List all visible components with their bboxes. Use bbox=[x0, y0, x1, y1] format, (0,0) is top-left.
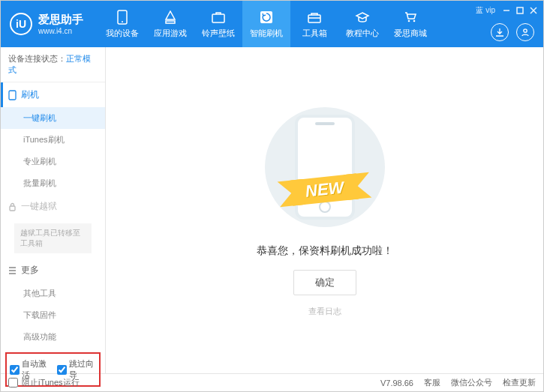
nav-store[interactable]: 爱思商城 bbox=[386, 1, 434, 47]
connection-status: 设备连接状态：正常模式 bbox=[1, 47, 105, 82]
main-content: NEW 恭喜您，保资料刷机成功啦！ 确定 查看日志 bbox=[106, 47, 543, 373]
svg-point-9 bbox=[524, 29, 527, 32]
minimize-icon[interactable] bbox=[503, 7, 510, 14]
nav-tutorials[interactable]: 教程中心 bbox=[338, 1, 386, 47]
wechat-link[interactable]: 微信公众号 bbox=[451, 377, 492, 388]
app-logo-icon: iU bbox=[10, 13, 32, 35]
section-title: 更多 bbox=[21, 264, 39, 277]
phone-icon bbox=[8, 90, 17, 100]
sidebar-item-oneclick-flash[interactable]: 一键刷机 bbox=[1, 107, 105, 129]
nav-label: 工具箱 bbox=[302, 28, 327, 39]
update-link[interactable]: 检查更新 bbox=[503, 377, 536, 388]
apps-icon bbox=[163, 10, 178, 25]
window-controls: 蓝 vip bbox=[476, 5, 537, 16]
section-more[interactable]: 更多 bbox=[1, 258, 105, 283]
svg-point-5 bbox=[408, 19, 410, 22]
view-log-link[interactable]: 查看日志 bbox=[308, 306, 341, 317]
nav-label: 爱思商城 bbox=[394, 28, 427, 39]
toolbox-icon bbox=[307, 10, 322, 25]
user-button[interactable] bbox=[516, 23, 534, 41]
nav-label: 我的设备 bbox=[106, 28, 139, 39]
sidebar-item-pro-flash[interactable]: 专业刷机 bbox=[1, 151, 105, 172]
success-illustration: NEW bbox=[250, 103, 400, 231]
nav-label: 应用游戏 bbox=[154, 28, 187, 39]
menu-icon bbox=[8, 267, 17, 274]
sidebar-item-advanced[interactable]: 高级功能 bbox=[1, 326, 105, 348]
app-name: 爱思助手 bbox=[38, 13, 83, 27]
sidebar-item-other-tools[interactable]: 其他工具 bbox=[1, 283, 105, 304]
block-itunes-checkbox[interactable]: 阻止iTunes运行 bbox=[8, 377, 80, 388]
sidebar-item-batch-flash[interactable]: 批量刷机 bbox=[1, 172, 105, 194]
close-icon[interactable] bbox=[530, 7, 537, 14]
confirm-button[interactable]: 确定 bbox=[293, 270, 356, 295]
support-link[interactable]: 客服 bbox=[424, 377, 440, 388]
section-title: 一键越狱 bbox=[21, 200, 57, 213]
nav-my-device[interactable]: 我的设备 bbox=[98, 1, 146, 47]
section-flash[interactable]: 刷机 bbox=[1, 82, 105, 107]
graduation-icon bbox=[355, 10, 370, 25]
app-url: www.i4.cn bbox=[38, 27, 83, 35]
block-itunes-input[interactable] bbox=[8, 378, 18, 388]
briefcase-icon bbox=[211, 10, 226, 25]
skip-guide-input[interactable] bbox=[57, 365, 67, 375]
status-label: 设备连接状态： bbox=[8, 54, 66, 63]
svg-rect-8 bbox=[517, 7, 523, 13]
svg-rect-2 bbox=[212, 14, 224, 22]
nav-apps[interactable]: 应用游戏 bbox=[146, 1, 194, 47]
svg-point-6 bbox=[413, 19, 416, 22]
cart-icon bbox=[403, 10, 418, 25]
nav-toolbox[interactable]: 工具箱 bbox=[290, 1, 338, 47]
svg-rect-10 bbox=[9, 91, 16, 100]
svg-point-1 bbox=[122, 21, 123, 22]
section-title: 刷机 bbox=[21, 88, 39, 101]
lock-icon bbox=[8, 202, 17, 211]
auto-activate-input[interactable] bbox=[10, 365, 20, 375]
nav-label: 教程中心 bbox=[346, 28, 379, 39]
sidebar-item-itunes-flash[interactable]: iTunes刷机 bbox=[1, 129, 105, 151]
version-label: V7.98.66 bbox=[380, 379, 413, 388]
nav-label: 铃声壁纸 bbox=[202, 28, 235, 39]
jailbreak-note: 越狱工具已转移至工具箱 bbox=[14, 223, 92, 253]
nav-ringtones[interactable]: 铃声壁纸 bbox=[194, 1, 242, 47]
app-header: iU 爱思助手 www.i4.cn 我的设备 应用游戏 铃声壁纸 智能刷机 工具… bbox=[1, 1, 543, 47]
vip-label[interactable]: 蓝 vip bbox=[476, 5, 495, 16]
nav-flash[interactable]: 智能刷机 bbox=[242, 1, 290, 47]
nav-label: 智能刷机 bbox=[250, 28, 283, 39]
refresh-icon bbox=[259, 10, 274, 25]
maximize-icon[interactable] bbox=[516, 7, 524, 14]
phone-icon bbox=[115, 10, 130, 25]
sidebar-item-download-fw[interactable]: 下载固件 bbox=[1, 304, 105, 326]
svg-rect-4 bbox=[308, 15, 320, 22]
logo-area: iU 爱思助手 www.i4.cn bbox=[1, 13, 98, 35]
sidebar: 设备连接状态：正常模式 刷机 一键刷机 iTunes刷机 专业刷机 批量刷机 一… bbox=[1, 47, 106, 373]
success-message: 恭喜您，保资料刷机成功啦！ bbox=[257, 244, 393, 258]
section-jailbreak[interactable]: 一键越狱 bbox=[1, 194, 105, 219]
svg-rect-11 bbox=[10, 206, 15, 211]
download-button[interactable] bbox=[491, 23, 509, 41]
